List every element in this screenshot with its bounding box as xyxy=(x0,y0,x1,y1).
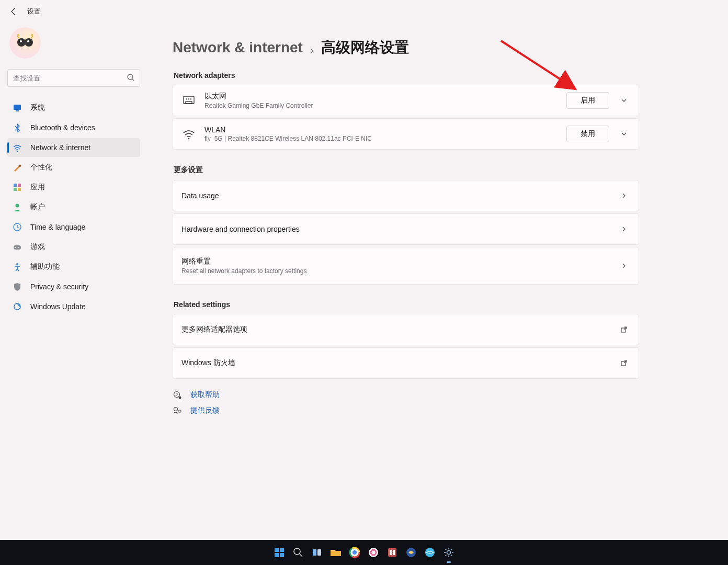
row-subtitle: Reset all network adapters to factory se… xyxy=(181,267,618,275)
sidebar-item-label: 游戏 xyxy=(30,242,45,252)
sidebar-item-apps[interactable]: 应用 xyxy=(7,178,140,197)
window-title: 设置 xyxy=(27,7,41,16)
sidebar-item-label: 系统 xyxy=(30,103,45,112)
adapter-row: 以太网Realtek Gaming GbE Family Controller … xyxy=(173,85,639,116)
svg-point-3 xyxy=(27,40,29,42)
svg-point-6 xyxy=(128,74,133,80)
sidebar-item-access[interactable]: 辅助功能 xyxy=(7,257,140,276)
svg-rect-38 xyxy=(280,548,284,552)
search-icon xyxy=(127,73,135,82)
row-title: Data usage xyxy=(181,191,618,200)
get-help-link[interactable]: ? 获取帮助 xyxy=(173,390,639,400)
feedback-label: 提供反馈 xyxy=(190,406,220,415)
search-input[interactable] xyxy=(7,69,140,87)
section-related-label: Related settings xyxy=(174,300,639,309)
adapter-subtitle: fly_5G | Realtek 8821CE Wireless LAN 802… xyxy=(204,135,558,142)
svg-rect-14 xyxy=(14,188,17,191)
taskbar-search-button[interactable] xyxy=(291,545,305,560)
taskbar-app-4[interactable] xyxy=(423,545,437,560)
get-help-label: 获取帮助 xyxy=(190,390,220,400)
taskbar-chrome-button[interactable] xyxy=(347,545,362,560)
sidebar-item-wifi[interactable]: Network & internet xyxy=(7,138,140,157)
settings-row[interactable]: 网络重置Reset all network adapters to factor… xyxy=(173,247,639,285)
svg-rect-44 xyxy=(317,549,321,556)
svg-point-19 xyxy=(15,247,16,248)
sidebar-item-label: 应用 xyxy=(30,183,45,192)
svg-rect-39 xyxy=(275,553,279,557)
sidebar-item-game[interactable]: 游戏 xyxy=(7,238,140,256)
svg-point-2 xyxy=(20,40,22,42)
svg-rect-35 xyxy=(178,410,181,412)
user-avatar[interactable] xyxy=(9,27,41,59)
taskbar-app-1[interactable] xyxy=(366,545,381,560)
settings-row[interactable]: Data usage xyxy=(173,180,639,211)
expand-button[interactable] xyxy=(618,130,630,138)
sidebar-item-label: Network & internet xyxy=(30,143,90,152)
person-icon xyxy=(13,202,22,212)
svg-rect-37 xyxy=(275,548,279,552)
svg-point-33 xyxy=(179,397,181,399)
taskbar-app-3[interactable] xyxy=(404,545,418,560)
sidebar-item-brush[interactable]: 个性化 xyxy=(7,158,140,177)
adapter-action-button[interactable]: 启用 xyxy=(566,92,609,109)
sidebar-item-clock[interactable]: Time & language xyxy=(7,218,140,236)
sidebar-item-label: Windows Update xyxy=(30,302,86,311)
taskbar-explorer-button[interactable] xyxy=(328,545,343,560)
shield-icon xyxy=(13,282,22,291)
taskbar-app-2[interactable] xyxy=(385,545,400,560)
taskbar-start-button[interactable] xyxy=(272,545,287,560)
related-row[interactable]: Windows 防火墙 xyxy=(173,347,639,379)
svg-rect-45 xyxy=(331,551,341,556)
svg-point-10 xyxy=(17,151,18,152)
sidebar-item-update[interactable]: Windows Update xyxy=(7,297,140,316)
svg-point-20 xyxy=(18,247,19,248)
svg-line-7 xyxy=(132,79,134,81)
svg-line-66 xyxy=(446,555,447,556)
adapter-row: WLANfly_5G | Realtek 8821CE Wireless LAN… xyxy=(173,118,639,150)
feedback-link[interactable]: 提供反馈 xyxy=(173,406,639,415)
adapter-action-button[interactable]: 禁用 xyxy=(566,126,609,142)
external-link-icon xyxy=(618,326,630,333)
svg-text:?: ? xyxy=(176,392,178,397)
related-row[interactable]: 更多网络适配器选项 xyxy=(173,314,639,345)
sidebar-item-label: 个性化 xyxy=(30,163,52,172)
sidebar-item-system[interactable]: 系统 xyxy=(7,98,140,117)
sidebar-item-label: 帐户 xyxy=(30,202,45,212)
sidebar-item-bluetooth[interactable]: Bluetooth & devices xyxy=(7,118,140,137)
svg-point-16 xyxy=(16,204,19,208)
svg-point-4 xyxy=(17,34,19,36)
svg-line-65 xyxy=(451,549,452,550)
external-link-icon xyxy=(618,359,630,367)
svg-rect-43 xyxy=(313,549,316,556)
row-title: Hardware and connection properties xyxy=(181,225,618,233)
svg-point-58 xyxy=(447,551,451,555)
settings-row[interactable]: Hardware and connection properties xyxy=(173,213,639,245)
main-content: Network & internet › 高级网络设置 Network adap… xyxy=(147,23,728,563)
expand-button[interactable] xyxy=(618,97,630,104)
chevron-right-icon xyxy=(618,192,630,199)
sidebar-item-label: Bluetooth & devices xyxy=(30,123,95,132)
chevron-right-icon xyxy=(618,262,630,269)
back-button[interactable] xyxy=(7,5,20,18)
sidebar-item-label: Time & language xyxy=(30,223,85,231)
wifi-icon xyxy=(181,127,196,141)
svg-rect-13 xyxy=(18,184,21,187)
ethernet-icon xyxy=(181,93,196,108)
svg-rect-54 xyxy=(390,550,392,555)
breadcrumb-parent[interactable]: Network & internet xyxy=(173,39,303,56)
system-icon xyxy=(13,103,22,112)
taskbar-settings-button[interactable] xyxy=(441,545,456,560)
breadcrumb: Network & internet › 高级网络设置 xyxy=(173,38,639,58)
sidebar-item-shield[interactable]: Privacy & security xyxy=(7,277,140,296)
section-more-label: 更多设置 xyxy=(174,165,639,175)
feedback-icon xyxy=(173,406,183,415)
apps-icon xyxy=(13,183,22,192)
taskbar-taskview-button[interactable] xyxy=(310,545,324,560)
row-title: 网络重置 xyxy=(181,257,618,266)
sidebar-item-label: 辅助功能 xyxy=(30,262,60,272)
brush-icon xyxy=(13,163,22,172)
svg-rect-12 xyxy=(14,184,17,187)
svg-point-1 xyxy=(25,38,33,47)
chevron-right-icon xyxy=(618,225,630,233)
sidebar-item-person[interactable]: 帐户 xyxy=(7,198,140,217)
